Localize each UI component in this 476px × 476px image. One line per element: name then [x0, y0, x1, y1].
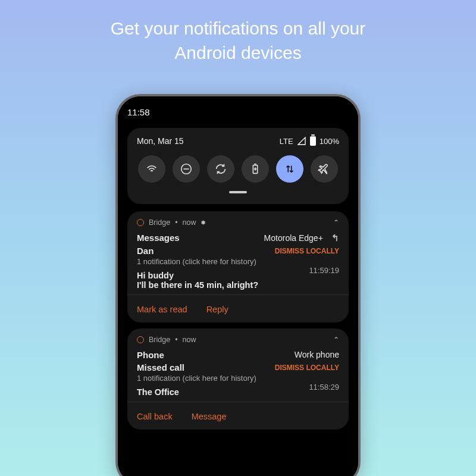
headline-line1: Get your notifications on all your	[111, 18, 366, 38]
dnd-icon	[180, 162, 193, 176]
debug-icon: ✹	[201, 219, 206, 227]
quick-settings-row	[137, 155, 339, 183]
notification-when: now	[183, 336, 196, 344]
separator-dot: •	[175, 218, 177, 227]
promo-headline: Get your notifications on all your Andro…	[0, 0, 476, 65]
notification-sender: Dan	[137, 246, 154, 256]
qs-tile-wifi[interactable]	[138, 155, 165, 183]
notification-subtext[interactable]: 1 notification (click here for history)	[137, 257, 339, 266]
divider	[127, 402, 349, 402]
notification-card[interactable]: Bridge • now ⌃ Phone Work phone Missed c…	[127, 328, 349, 430]
battery-pct: 100%	[320, 137, 339, 146]
notification-timestamp: 11:59:19	[309, 266, 339, 275]
action-call-back[interactable]: Call back	[137, 412, 173, 421]
wifi-icon	[145, 162, 158, 176]
app-icon	[137, 219, 144, 226]
phone-screen: 11:58 Mon, Mar 15 LTE 100%	[118, 96, 358, 476]
app-name: Bridge	[149, 336, 170, 344]
action-message[interactable]: Message	[192, 412, 227, 421]
qs-tile-rotate[interactable]	[207, 155, 234, 183]
statusbar-clock: 11:58	[127, 107, 349, 117]
phone-frame: 11:58 Mon, Mar 15 LTE 100%	[115, 94, 361, 476]
reply-icon[interactable]: ↰	[331, 233, 339, 243]
notification-subtext[interactable]: 1 notification (click here for history)	[137, 374, 339, 383]
divider	[127, 295, 349, 295]
qs-drag-handle[interactable]	[229, 191, 247, 193]
battery-saver-icon	[249, 162, 262, 176]
notification-category: Messages	[137, 233, 180, 243]
app-name: Bridge	[149, 218, 170, 227]
source-device: Motorola Edge+	[264, 233, 323, 243]
message-line2: I'll be there in 45 min, alright?	[137, 280, 258, 290]
signal-icon	[297, 136, 306, 146]
statusbar-date: Mon, Mar 15	[137, 136, 184, 146]
battery-icon	[310, 136, 316, 146]
dismiss-locally-button[interactable]: DISMISS LOCALLY	[275, 364, 339, 372]
notification-sender: Missed call	[137, 362, 184, 372]
notification-when: now	[183, 218, 196, 227]
qs-tile-airplane[interactable]	[311, 155, 338, 183]
source-device: Work phone	[295, 350, 339, 359]
notification-category: Phone	[137, 350, 164, 360]
quick-settings-panel: Mon, Mar 15 LTE 100%	[127, 128, 349, 204]
rotate-icon	[214, 162, 227, 176]
action-reply[interactable]: Reply	[206, 305, 228, 314]
lte-label: LTE	[280, 137, 293, 146]
status-indicators: LTE 100%	[280, 136, 339, 146]
airplane-icon	[318, 162, 331, 176]
notification-timestamp: 11:58:29	[309, 383, 339, 392]
qs-tile-battery-saver[interactable]	[242, 155, 269, 183]
app-icon	[137, 336, 144, 343]
collapse-chevron-icon[interactable]: ⌃	[333, 336, 339, 344]
qs-tile-dnd[interactable]	[173, 155, 200, 183]
separator-dot: •	[175, 336, 177, 344]
collapse-chevron-icon[interactable]: ⌃	[333, 218, 339, 227]
qs-tile-mobile-data[interactable]	[276, 155, 303, 183]
action-mark-as-read[interactable]: Mark as read	[137, 305, 187, 314]
mobile-data-icon	[283, 162, 296, 176]
message-line1: Hi buddy	[137, 271, 258, 280]
dismiss-locally-button[interactable]: DISMISS LOCALLY	[275, 247, 339, 255]
notification-card[interactable]: Bridge • now ✹ ⌃ Messages Motorola Edge+…	[127, 211, 349, 322]
message-line1: The Office	[137, 387, 179, 397]
headline-line2: Android devices	[174, 43, 301, 62]
